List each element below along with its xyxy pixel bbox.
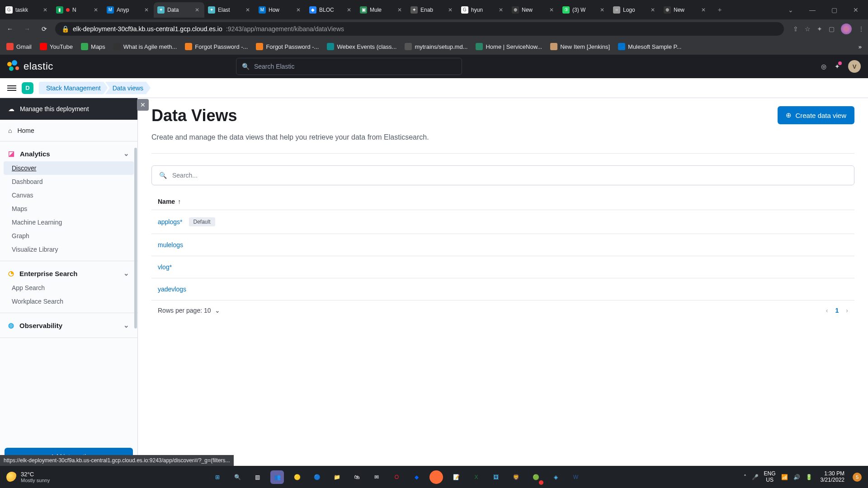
start-button[interactable]: ⊞ xyxy=(211,470,224,484)
sidebar-item[interactable]: Discover xyxy=(4,161,134,175)
sidebar-home[interactable]: ⌂ Home xyxy=(0,120,137,141)
sidebar-item[interactable]: Maps xyxy=(4,202,134,216)
global-search-input[interactable]: 🔍 Search Elastic xyxy=(236,58,462,75)
sidebar-item[interactable]: App Search xyxy=(4,281,134,295)
task-view-button[interactable]: ▥ xyxy=(250,470,264,484)
breadcrumb-item[interactable]: Data views xyxy=(105,82,151,94)
app-brave-icon[interactable]: 🦁 xyxy=(509,470,523,484)
browser-tab[interactable]: MHow✕ xyxy=(255,2,306,18)
sidebar-item[interactable]: Dashboard xyxy=(4,175,134,188)
bookmark-item[interactable]: Mulesoft Sample P... xyxy=(618,43,681,50)
search-button[interactable]: 🔍 xyxy=(231,470,244,484)
bookmark-item[interactable]: Home | ServiceNow... xyxy=(476,43,542,50)
nav-reload-button[interactable]: ⟳ xyxy=(38,23,51,35)
bookmark-item[interactable]: mytrains/setup.md... xyxy=(405,43,467,50)
app-opera-icon[interactable]: O xyxy=(390,470,403,484)
browser-tab[interactable]: ◆BLOC✕ xyxy=(306,2,356,18)
browser-tab[interactable]: ✦Data✕ xyxy=(154,2,204,18)
bookmark-item[interactable]: What is Agile meth... xyxy=(113,43,177,50)
browser-tab[interactable]: ✦Elast✕ xyxy=(204,2,255,18)
wifi-icon[interactable]: 📶 xyxy=(781,474,788,480)
profile-avatar-icon[interactable] xyxy=(841,23,852,34)
chrome-menu-icon[interactable]: ⋮ xyxy=(858,25,864,33)
table-header-name[interactable]: Name ↑ xyxy=(151,193,854,210)
browser-tab[interactable]: Gtaskk✕ xyxy=(2,2,52,18)
app-edge-icon[interactable]: 🔵 xyxy=(310,470,324,484)
tab-close-icon[interactable]: ✕ xyxy=(447,7,454,13)
browser-tab[interactable]: Ghyun✕ xyxy=(458,2,508,18)
data-view-search-input[interactable]: 🔍 Search... xyxy=(151,165,854,185)
nav-toggle-button[interactable] xyxy=(7,85,16,91)
tab-close-icon[interactable]: ✕ xyxy=(599,7,606,13)
tab-close-icon[interactable]: ✕ xyxy=(700,7,707,13)
bookmark-item[interactable]: Forgot Password -... xyxy=(256,43,319,50)
app-postman-icon[interactable] xyxy=(429,470,443,484)
nav-back-button[interactable]: ← xyxy=(4,23,16,35)
app-photos-icon[interactable]: 🖼 xyxy=(489,470,503,484)
next-page-button[interactable]: › xyxy=(846,307,848,314)
tab-close-icon[interactable]: ✕ xyxy=(143,7,150,13)
space-selector[interactable]: D xyxy=(22,82,33,94)
app-explorer-icon[interactable]: 📁 xyxy=(330,470,344,484)
tray-overflow-icon[interactable]: ˄ xyxy=(744,474,746,480)
microphone-icon[interactable]: 🎤 xyxy=(752,474,759,480)
sidebar-scrollbar[interactable] xyxy=(134,148,137,466)
sidebar-item[interactable]: Machine Learning xyxy=(4,216,134,229)
sidebar-item[interactable]: Graph xyxy=(4,229,134,243)
current-page[interactable]: 1 xyxy=(835,307,839,314)
taskbar-weather[interactable]: 32°C Mostly sunny xyxy=(6,471,50,483)
create-data-view-button[interactable]: ⊕ Create data view xyxy=(778,106,854,124)
extensions-icon[interactable]: ✦ xyxy=(817,25,822,33)
tab-close-icon[interactable]: ✕ xyxy=(295,7,302,13)
share-icon[interactable]: ⇪ xyxy=(793,25,798,33)
tab-close-icon[interactable]: ✕ xyxy=(649,7,656,13)
data-view-link[interactable]: yadevlogs xyxy=(158,286,186,293)
new-tab-button[interactable]: ＋ xyxy=(713,4,726,16)
sidebar-item[interactable]: Visualize Library xyxy=(4,243,134,256)
battery-icon[interactable]: 🔋 xyxy=(806,474,812,480)
clock[interactable]: 1:30 PM 3/21/2022 xyxy=(821,471,844,483)
bookmark-star-icon[interactable]: ☆ xyxy=(805,25,811,33)
sidebar-item[interactable]: Canvas xyxy=(4,188,134,202)
browser-tab[interactable]: MAnyp✕ xyxy=(103,2,154,18)
browser-tab[interactable]: ③(3) W✕ xyxy=(559,2,609,18)
tab-close-icon[interactable]: ✕ xyxy=(92,7,99,13)
bookmark-item[interactable]: New Item [Jenkins] xyxy=(550,43,610,50)
app-chrome-icon[interactable]: 🟡 xyxy=(290,470,304,484)
help-icon[interactable]: ◎ xyxy=(821,63,826,70)
tab-close-icon[interactable]: ✕ xyxy=(497,7,505,13)
volume-icon[interactable]: 🔊 xyxy=(793,474,800,480)
manage-deployment-link[interactable]: ☁ Manage this deployment xyxy=(0,98,137,120)
data-view-link[interactable]: applogs* xyxy=(158,218,183,225)
sidebar-item[interactable]: Workplace Search xyxy=(4,295,134,308)
app-generic-icon[interactable]: ◈ xyxy=(549,470,562,484)
browser-tab[interactable]: ⊕New✕ xyxy=(508,2,559,18)
tab-close-icon[interactable]: ✕ xyxy=(345,7,353,13)
browser-tab[interactable]: ▮N✕ xyxy=(52,2,103,18)
sidebar-group-header[interactable]: ◪Analytics⌄ xyxy=(0,146,137,161)
newsfeed-icon[interactable]: ✦ xyxy=(835,63,840,70)
app-word-icon[interactable]: W xyxy=(569,470,582,484)
browser-tab[interactable]: ✦Enab✕ xyxy=(407,2,458,18)
tab-close-icon[interactable]: ✕ xyxy=(244,7,251,13)
window-maximize-button[interactable]: ▢ xyxy=(824,2,844,18)
window-close-button[interactable]: ✕ xyxy=(845,2,866,18)
bookmark-item[interactable]: Maps xyxy=(81,43,105,50)
browser-tab[interactable]: ▣Mule✕ xyxy=(356,2,407,18)
rows-per-page-select[interactable]: Rows per page: 10 ⌄ xyxy=(158,307,220,314)
browser-tab[interactable]: ○Logo✕ xyxy=(609,2,660,18)
bookmark-item[interactable]: YouTube xyxy=(40,43,73,50)
app-notepad-icon[interactable]: 📝 xyxy=(449,470,463,484)
app-mail-icon[interactable]: ✉ xyxy=(370,470,383,484)
sidebar-group-header[interactable]: ◔Enterprise Search⌄ xyxy=(0,266,137,281)
nav-forward-button[interactable]: → xyxy=(21,23,33,35)
tab-close-icon[interactable]: ✕ xyxy=(396,7,403,13)
tab-close-icon[interactable]: ✕ xyxy=(548,7,555,13)
elastic-logo[interactable]: elastic xyxy=(7,60,53,73)
tab-close-icon[interactable]: ✕ xyxy=(193,7,201,13)
browser-tab[interactable]: ⊕New✕ xyxy=(660,2,711,18)
app-excel-icon[interactable]: X xyxy=(469,470,483,484)
app-obs-icon[interactable]: 🟢 xyxy=(529,470,542,484)
app-teams-icon[interactable]: 👥 xyxy=(270,470,284,484)
bookmark-item[interactable]: Forgot Password -... xyxy=(185,43,248,50)
